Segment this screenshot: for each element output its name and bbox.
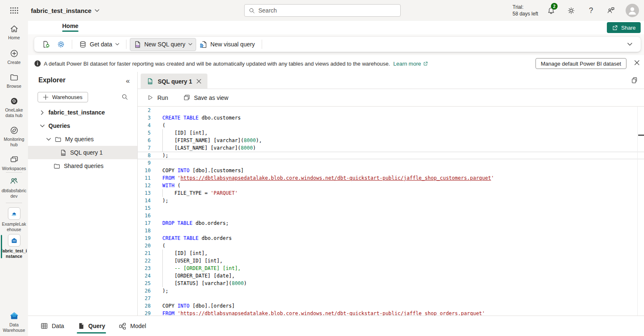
chevron-right-icon[interactable] — [39, 110, 45, 115]
feedback-button[interactable] — [606, 5, 616, 15]
tab-model[interactable]: Model — [118, 316, 147, 336]
banner-close-icon[interactable] — [634, 60, 640, 66]
code-line-10[interactable]: 10COPY INTO [dbo].[customers] — [138, 167, 644, 174]
line-number: 19 — [138, 234, 157, 242]
code-text: COPY INTO [dbo].[orders] — [157, 302, 235, 310]
manage-default-dataset-button[interactable]: Manage default Power BI dataset — [535, 58, 626, 69]
code-line-24[interactable]: 24 [ORDER_DATE] [date], — [138, 272, 644, 280]
code-line-19[interactable]: 19CREATE TABLE dbo.orders — [138, 234, 644, 242]
rail-item-fabric-test-instance[interactable]: fabric_test_instance — [0, 234, 28, 259]
new-report-button[interactable] — [38, 38, 53, 51]
share-button[interactable]: Share — [607, 22, 641, 33]
line-number: 11 — [138, 174, 157, 182]
code-line-8[interactable]: 8); — [138, 152, 644, 159]
plus-icon — [43, 94, 48, 100]
code-line-3[interactable]: 3CREATE TABLE dbo.customers — [138, 114, 644, 122]
chevron-down-icon[interactable] — [39, 125, 45, 127]
tree-item-my-queries[interactable]: My queries — [28, 132, 137, 146]
overview-ruler-marker — [638, 135, 644, 136]
code-text: [LAST_NAME] [varchar](8000) — [157, 144, 256, 152]
new-visual-query-button[interactable]: New visual query — [196, 38, 258, 51]
code-line-2[interactable]: 2 — [138, 107, 644, 114]
search-icon — [249, 8, 255, 14]
ribbon: Get data SQL New SQL query New visual qu… — [28, 34, 644, 55]
code-line-22[interactable]: 22 [USER_ID] [int], — [138, 257, 644, 265]
editor-scrollbar[interactable] — [637, 107, 638, 316]
sql-code-editor[interactable]: 23CREATE TABLE dbo.customers4(5 [ID] [in… — [138, 107, 644, 316]
code-line-21[interactable]: 21 [ID] [int], — [138, 249, 644, 257]
search-input[interactable] — [258, 7, 384, 14]
collapse-ribbon-button[interactable] — [627, 43, 632, 46]
tab-home[interactable]: Home — [62, 23, 78, 32]
code-text: FROM 'https://dbtlabsynapsedatalake.blob… — [157, 174, 494, 182]
settings-button[interactable] — [566, 5, 576, 15]
workspace-switcher[interactable]: fabric_test_instance — [31, 7, 99, 14]
code-text: ( — [157, 122, 165, 129]
line-number: 29 — [138, 310, 157, 316]
tree-item-queries[interactable]: Queries — [28, 119, 137, 132]
tab-data[interactable]: Data — [40, 316, 65, 336]
code-line-9[interactable]: 9 — [138, 159, 644, 167]
tab-sql-query-1[interactable]: SQL SQL query 1 — [141, 74, 207, 89]
line-number: 13 — [138, 189, 157, 197]
code-line-26[interactable]: 26); — [138, 287, 644, 295]
code-line-27[interactable]: 27 — [138, 295, 644, 302]
rail-item-workspaces[interactable]: Workspaces — [0, 155, 28, 171]
tree-item-shared-queries[interactable]: Shared queries — [28, 159, 137, 173]
code-line-6[interactable]: 6 [FIRST_NAME] [varchar](8000), — [138, 137, 644, 144]
close-tab-icon[interactable] — [196, 79, 202, 84]
code-line-4[interactable]: 4( — [138, 122, 644, 129]
code-line-25[interactable]: 25 [STATUS] [varchar](8000) — [138, 280, 644, 287]
code-line-15[interactable]: 15 — [138, 204, 644, 212]
tree-item-sql-query-1[interactable]: SQL SQL query 1 — [28, 146, 137, 159]
code-line-29[interactable]: 29FROM 'https://dbtlabsynapsedatalake.bl… — [138, 310, 644, 316]
chevron-down-icon[interactable] — [45, 138, 51, 141]
add-warehouses-button[interactable]: Warehouses — [38, 92, 88, 102]
new-sql-query-button[interactable]: SQL New SQL query — [130, 38, 196, 51]
line-number: 21 — [138, 249, 157, 257]
notifications-button[interactable]: 2 — [546, 5, 556, 15]
app-launcher-icon[interactable] — [9, 5, 19, 15]
code-line-20[interactable]: 20( — [138, 242, 644, 249]
run-button[interactable]: Run — [144, 92, 172, 104]
rail-item-dbtlabsfabricdev[interactable]: dbtlabsfabricdev — [0, 176, 28, 199]
rail-item-data-warehouse[interactable]: Data Warehouse — [0, 311, 28, 333]
code-line-18[interactable]: 18 — [138, 227, 644, 234]
code-line-11[interactable]: 11FROM 'https://dbtlabsynapsedatalake.bl… — [138, 174, 644, 182]
help-button[interactable]: ? — [586, 5, 596, 15]
save-as-view-button[interactable]: Save as view — [180, 92, 232, 104]
tree-item-warehouse[interactable]: fabric_test_instance — [28, 106, 137, 119]
code-line-12[interactable]: 12WITH ( — [138, 182, 644, 189]
code-line-17[interactable]: 17DROP TABLE dbo.orders; — [138, 219, 644, 227]
svg-text:SQL: SQL — [62, 153, 66, 155]
rail-item-examplelakehouse[interactable]: ExampleLakehouse — [0, 207, 28, 232]
code-line-7[interactable]: 7 [LAST_NAME] [varchar](8000) — [138, 144, 644, 152]
warehouse-settings-button[interactable] — [53, 38, 68, 51]
collapse-explorer-button[interactable]: « — [126, 77, 130, 85]
global-search[interactable] — [244, 4, 401, 17]
get-data-button[interactable]: Get data — [76, 38, 123, 51]
rail-item-home[interactable]: Home — [0, 24, 28, 41]
code-line-13[interactable]: 13 FILE_TYPE = 'PARQUET' — [138, 189, 644, 197]
query-editor-panel: SQL SQL query 1 Run Save as view 23CREAT… — [138, 72, 644, 316]
code-text: CREATE TABLE dbo.customers — [157, 114, 241, 122]
folder-icon — [10, 73, 19, 82]
code-line-5[interactable]: 5 [ID] [int], — [138, 129, 644, 137]
learn-more-link[interactable]: Learn more — [393, 61, 428, 67]
code-text: COPY INTO [dbo].[customers] — [157, 167, 244, 174]
rail-item-monitoring-hub[interactable]: Monitoring hub — [0, 126, 28, 148]
explorer-search-icon[interactable] — [121, 94, 128, 100]
copy-icon[interactable] — [631, 76, 638, 84]
code-line-14[interactable]: 14); — [138, 197, 644, 204]
code-text: [ID] [int], — [157, 249, 207, 257]
code-line-23[interactable]: 23 -- [ORDER_DATE] [int], — [138, 265, 644, 272]
code-line-28[interactable]: 28COPY INTO [dbo].[orders] — [138, 302, 644, 310]
line-number: 5 — [138, 129, 157, 137]
rail-item-create[interactable]: Create — [0, 49, 28, 65]
rail-item-onelake-data-hub[interactable]: OneLake data hub — [0, 97, 28, 118]
rail-item-browse[interactable]: Browse — [0, 73, 28, 89]
editor-tab-bar: SQL SQL query 1 — [138, 72, 644, 89]
account-avatar[interactable] — [626, 4, 639, 17]
code-line-16[interactable]: 16 — [138, 212, 644, 219]
tab-query[interactable]: Query — [77, 316, 106, 336]
